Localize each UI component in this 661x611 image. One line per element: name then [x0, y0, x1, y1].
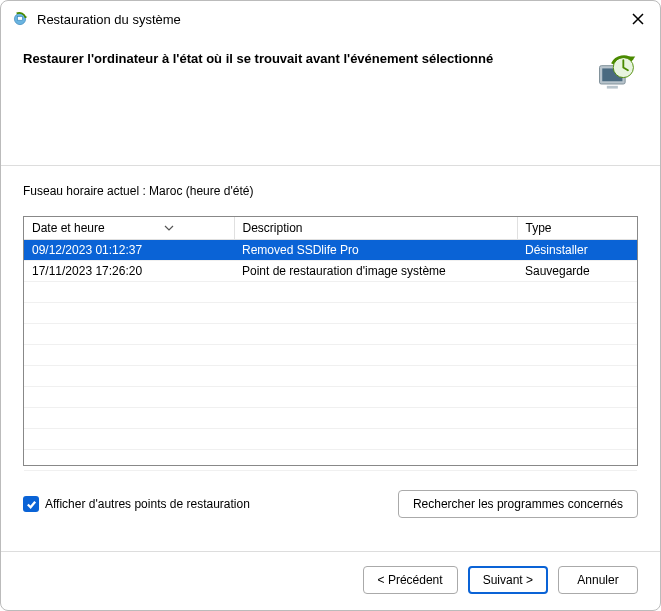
- table-row[interactable]: 09/12/2023 01:12:37Removed SSDlife ProDé…: [24, 240, 637, 261]
- table-row-empty: [24, 387, 637, 408]
- system-restore-large-icon: [594, 51, 638, 95]
- system-restore-icon: [11, 10, 29, 28]
- table-row[interactable]: 17/11/2023 17:26:20Point de restauration…: [24, 261, 637, 282]
- table-cell-desc: Point de restauration d'image système: [234, 261, 517, 282]
- header: Restaurer l'ordinateur à l'état où il se…: [1, 35, 660, 105]
- table-cell-desc: Removed SSDlife Pro: [234, 240, 517, 261]
- svg-rect-4: [607, 86, 618, 89]
- table-cell-date: 17/11/2023 17:26:20: [24, 261, 234, 282]
- column-header-description-label: Description: [243, 221, 303, 235]
- scan-affected-programs-button[interactable]: Rechercher les programmes concernés: [398, 490, 638, 518]
- column-header-date[interactable]: Date et heure: [24, 217, 234, 240]
- page-headline: Restaurer l'ordinateur à l'état où il se…: [23, 51, 493, 66]
- table-row-empty: [24, 324, 637, 345]
- column-header-type[interactable]: Type: [517, 217, 637, 240]
- back-button[interactable]: < Précédent: [363, 566, 458, 594]
- table-cell-date: 09/12/2023 01:12:37: [24, 240, 234, 261]
- table-row-empty: [24, 450, 637, 471]
- show-more-restore-points-checkbox[interactable]: Afficher d'autres points de restauration: [23, 496, 250, 512]
- table-cell-type: Désinstaller: [517, 240, 637, 261]
- show-more-restore-points-label: Afficher d'autres points de restauration: [45, 497, 250, 511]
- cancel-button[interactable]: Annuler: [558, 566, 638, 594]
- table-row-empty: [24, 408, 637, 429]
- content-area: Fuseau horaire actuel : Maroc (heure d'é…: [1, 166, 660, 551]
- timezone-label: Fuseau horaire actuel : Maroc (heure d'é…: [23, 184, 638, 198]
- table-row-empty: [24, 345, 637, 366]
- table-row-empty: [24, 429, 637, 450]
- restore-points-table[interactable]: Date et heure Description Type 09/12/202…: [23, 216, 638, 466]
- next-button[interactable]: Suivant >: [468, 566, 548, 594]
- wizard-footer: < Précédent Suivant > Annuler: [1, 551, 660, 610]
- sort-indicator-icon: [164, 220, 174, 234]
- table-row-empty: [24, 303, 637, 324]
- svg-rect-1: [18, 17, 23, 20]
- window-title: Restauration du système: [37, 12, 626, 27]
- checkbox-checked-icon: [23, 496, 39, 512]
- table-cell-type: Sauvegarde: [517, 261, 637, 282]
- column-header-date-label: Date et heure: [32, 221, 105, 235]
- column-header-description[interactable]: Description: [234, 217, 517, 240]
- column-header-type-label: Type: [526, 221, 552, 235]
- table-row-empty: [24, 366, 637, 387]
- table-row-empty: [24, 282, 637, 303]
- titlebar: Restauration du système: [1, 1, 660, 35]
- close-button[interactable]: [626, 7, 650, 31]
